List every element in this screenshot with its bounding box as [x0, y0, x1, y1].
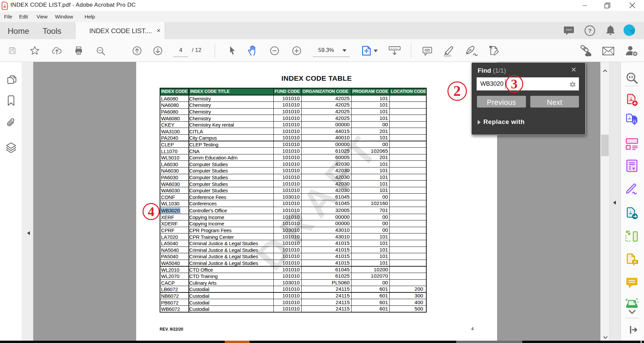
svg-text:?: ?	[588, 28, 591, 34]
